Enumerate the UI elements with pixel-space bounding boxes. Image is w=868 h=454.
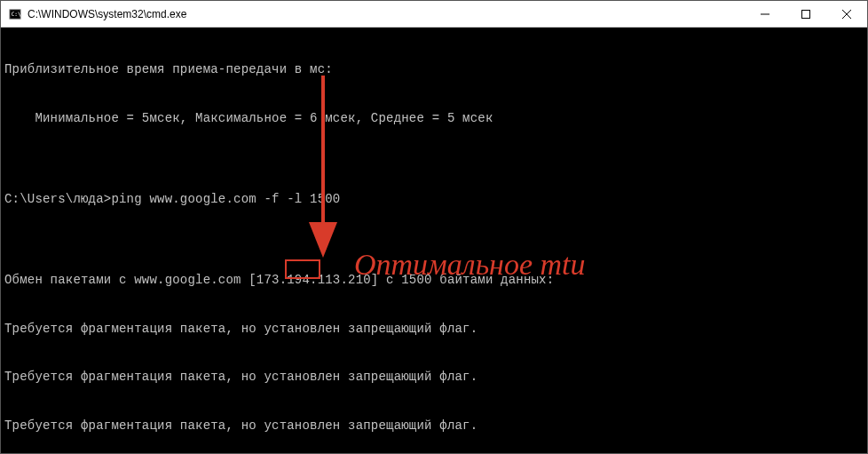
output-line: Требуется фрагментация пакета, но устано…	[4, 369, 864, 385]
output-line: Обмен пакетами с www.google.com [173.194…	[4, 272, 864, 288]
cmd-window: C:\ C:\WINDOWS\system32\cmd.exe Приблизи…	[0, 0, 868, 454]
output-line: Требуется фрагментация пакета, но устано…	[4, 321, 864, 337]
output-line: Требуется фрагментация пакета, но устано…	[4, 418, 864, 434]
titlebar[interactable]: C:\ C:\WINDOWS\system32\cmd.exe	[1, 1, 867, 28]
minimize-button[interactable]	[745, 1, 785, 28]
close-button[interactable]	[826, 1, 867, 28]
maximize-button[interactable]	[785, 1, 826, 28]
output-line: Минимальное = 5мсек, Максимальное = 6 мс…	[4, 110, 864, 126]
output-line: Приблизительное время приема-передачи в …	[4, 61, 864, 77]
svg-text:C:\: C:\	[12, 10, 21, 16]
terminal-output[interactable]: Приблизительное время приема-передачи в …	[1, 28, 867, 453]
svg-rect-3	[802, 10, 810, 18]
cmd-icon: C:\	[8, 7, 22, 21]
window-title: C:\WINDOWS\system32\cmd.exe	[28, 8, 745, 20]
window-controls	[745, 1, 867, 28]
prompt-line: C:\Users\люда>ping www.google.com -f -l …	[4, 191, 864, 207]
